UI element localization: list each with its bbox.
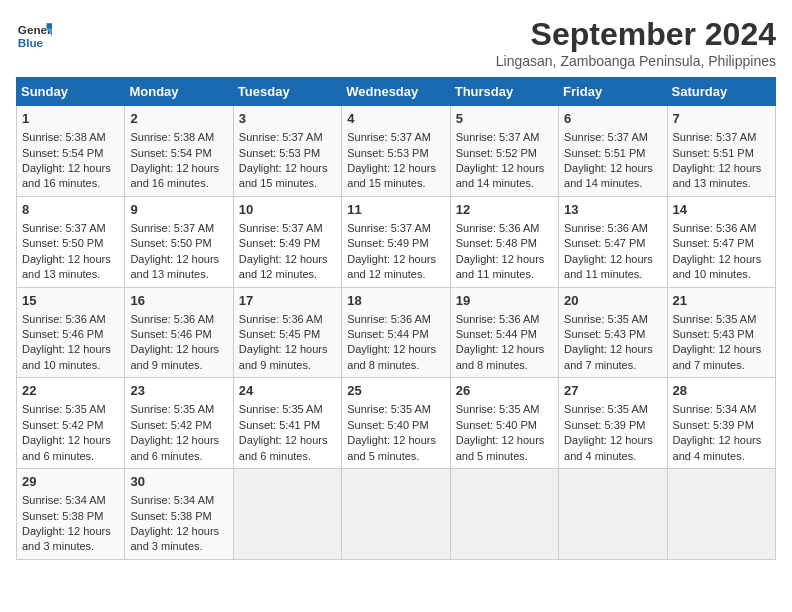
col-header-sunday: Sunday <box>17 78 125 106</box>
col-header-monday: Monday <box>125 78 233 106</box>
calendar-cell-12: 12Sunrise: 5:36 AMSunset: 5:48 PMDayligh… <box>450 196 558 287</box>
calendar-cell-3: 3Sunrise: 5:37 AMSunset: 5:53 PMDaylight… <box>233 106 341 197</box>
calendar-cell-20: 20Sunrise: 5:35 AMSunset: 5:43 PMDayligh… <box>559 287 667 378</box>
day-number: 13 <box>564 201 661 219</box>
calendar-cell-4: 4Sunrise: 5:37 AMSunset: 5:53 PMDaylight… <box>342 106 450 197</box>
day-number: 8 <box>22 201 119 219</box>
calendar-cell-14: 14Sunrise: 5:36 AMSunset: 5:47 PMDayligh… <box>667 196 775 287</box>
day-number: 2 <box>130 110 227 128</box>
calendar-cell-13: 13Sunrise: 5:36 AMSunset: 5:47 PMDayligh… <box>559 196 667 287</box>
calendar-cell-26: 26Sunrise: 5:35 AMSunset: 5:40 PMDayligh… <box>450 378 558 469</box>
calendar-cell-24: 24Sunrise: 5:35 AMSunset: 5:41 PMDayligh… <box>233 378 341 469</box>
calendar-cell-18: 18Sunrise: 5:36 AMSunset: 5:44 PMDayligh… <box>342 287 450 378</box>
calendar-week-5: 29Sunrise: 5:34 AMSunset: 5:38 PMDayligh… <box>17 469 776 560</box>
day-number: 21 <box>673 292 770 310</box>
title-area: September 2024 Lingasan, Zamboanga Penin… <box>496 16 776 69</box>
day-number: 9 <box>130 201 227 219</box>
day-number: 19 <box>456 292 553 310</box>
day-number: 15 <box>22 292 119 310</box>
calendar-cell-empty <box>559 469 667 560</box>
day-number: 26 <box>456 382 553 400</box>
day-number: 22 <box>22 382 119 400</box>
day-number: 20 <box>564 292 661 310</box>
day-number: 6 <box>564 110 661 128</box>
col-header-thursday: Thursday <box>450 78 558 106</box>
month-title: September 2024 <box>496 16 776 53</box>
svg-text:Blue: Blue <box>18 36 44 49</box>
calendar-week-1: 1Sunrise: 5:38 AMSunset: 5:54 PMDaylight… <box>17 106 776 197</box>
day-number: 4 <box>347 110 444 128</box>
calendar-cell-11: 11Sunrise: 5:37 AMSunset: 5:49 PMDayligh… <box>342 196 450 287</box>
day-number: 12 <box>456 201 553 219</box>
calendar-cell-6: 6Sunrise: 5:37 AMSunset: 5:51 PMDaylight… <box>559 106 667 197</box>
calendar-cell-29: 29Sunrise: 5:34 AMSunset: 5:38 PMDayligh… <box>17 469 125 560</box>
col-header-wednesday: Wednesday <box>342 78 450 106</box>
day-number: 29 <box>22 473 119 491</box>
calendar-cell-empty <box>450 469 558 560</box>
col-header-tuesday: Tuesday <box>233 78 341 106</box>
calendar-cell-22: 22Sunrise: 5:35 AMSunset: 5:42 PMDayligh… <box>17 378 125 469</box>
col-header-friday: Friday <box>559 78 667 106</box>
calendar-cell-19: 19Sunrise: 5:36 AMSunset: 5:44 PMDayligh… <box>450 287 558 378</box>
day-number: 25 <box>347 382 444 400</box>
calendar-week-2: 8Sunrise: 5:37 AMSunset: 5:50 PMDaylight… <box>17 196 776 287</box>
calendar-cell-9: 9Sunrise: 5:37 AMSunset: 5:50 PMDaylight… <box>125 196 233 287</box>
calendar-cell-16: 16Sunrise: 5:36 AMSunset: 5:46 PMDayligh… <box>125 287 233 378</box>
calendar-cell-17: 17Sunrise: 5:36 AMSunset: 5:45 PMDayligh… <box>233 287 341 378</box>
calendar-cell-2: 2Sunrise: 5:38 AMSunset: 5:54 PMDaylight… <box>125 106 233 197</box>
day-number: 14 <box>673 201 770 219</box>
calendar-week-4: 22Sunrise: 5:35 AMSunset: 5:42 PMDayligh… <box>17 378 776 469</box>
page-header: General Blue September 2024 Lingasan, Za… <box>16 16 776 69</box>
day-number: 27 <box>564 382 661 400</box>
header-row: SundayMondayTuesdayWednesdayThursdayFrid… <box>17 78 776 106</box>
logo: General Blue <box>16 16 52 52</box>
calendar-cell-8: 8Sunrise: 5:37 AMSunset: 5:50 PMDaylight… <box>17 196 125 287</box>
calendar-cell-25: 25Sunrise: 5:35 AMSunset: 5:40 PMDayligh… <box>342 378 450 469</box>
day-number: 7 <box>673 110 770 128</box>
col-header-saturday: Saturday <box>667 78 775 106</box>
calendar-week-3: 15Sunrise: 5:36 AMSunset: 5:46 PMDayligh… <box>17 287 776 378</box>
day-number: 24 <box>239 382 336 400</box>
calendar-cell-28: 28Sunrise: 5:34 AMSunset: 5:39 PMDayligh… <box>667 378 775 469</box>
calendar-table: SundayMondayTuesdayWednesdayThursdayFrid… <box>16 77 776 560</box>
calendar-cell-5: 5Sunrise: 5:37 AMSunset: 5:52 PMDaylight… <box>450 106 558 197</box>
calendar-cell-empty <box>667 469 775 560</box>
day-number: 3 <box>239 110 336 128</box>
calendar-cell-empty <box>233 469 341 560</box>
calendar-cell-10: 10Sunrise: 5:37 AMSunset: 5:49 PMDayligh… <box>233 196 341 287</box>
day-number: 1 <box>22 110 119 128</box>
calendar-cell-15: 15Sunrise: 5:36 AMSunset: 5:46 PMDayligh… <box>17 287 125 378</box>
location: Lingasan, Zamboanga Peninsula, Philippin… <box>496 53 776 69</box>
calendar-cell-1: 1Sunrise: 5:38 AMSunset: 5:54 PMDaylight… <box>17 106 125 197</box>
calendar-cell-empty <box>342 469 450 560</box>
calendar-cell-30: 30Sunrise: 5:34 AMSunset: 5:38 PMDayligh… <box>125 469 233 560</box>
day-number: 10 <box>239 201 336 219</box>
day-number: 5 <box>456 110 553 128</box>
day-number: 28 <box>673 382 770 400</box>
day-number: 18 <box>347 292 444 310</box>
day-number: 16 <box>130 292 227 310</box>
calendar-cell-7: 7Sunrise: 5:37 AMSunset: 5:51 PMDaylight… <box>667 106 775 197</box>
day-number: 17 <box>239 292 336 310</box>
calendar-cell-21: 21Sunrise: 5:35 AMSunset: 5:43 PMDayligh… <box>667 287 775 378</box>
day-number: 30 <box>130 473 227 491</box>
calendar-cell-27: 27Sunrise: 5:35 AMSunset: 5:39 PMDayligh… <box>559 378 667 469</box>
day-number: 23 <box>130 382 227 400</box>
logo-icon: General Blue <box>16 16 52 52</box>
calendar-cell-23: 23Sunrise: 5:35 AMSunset: 5:42 PMDayligh… <box>125 378 233 469</box>
day-number: 11 <box>347 201 444 219</box>
